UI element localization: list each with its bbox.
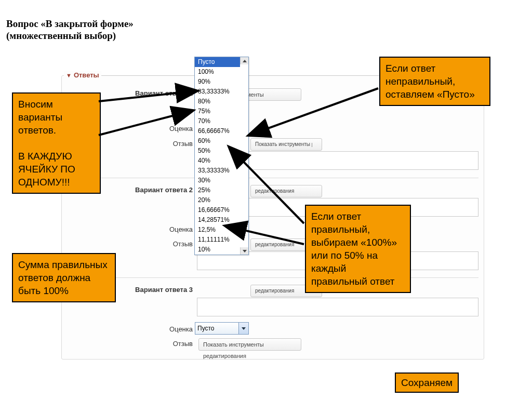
svg-line-8: [230, 148, 304, 223]
svg-line-5: [99, 91, 196, 101]
svg-line-9: [226, 226, 304, 244]
annotation-arrows: [0, 0, 532, 399]
stage: Вопрос «В закрытой форме» (множественный…: [0, 0, 532, 399]
svg-line-6: [99, 111, 192, 135]
svg-line-7: [249, 88, 378, 135]
